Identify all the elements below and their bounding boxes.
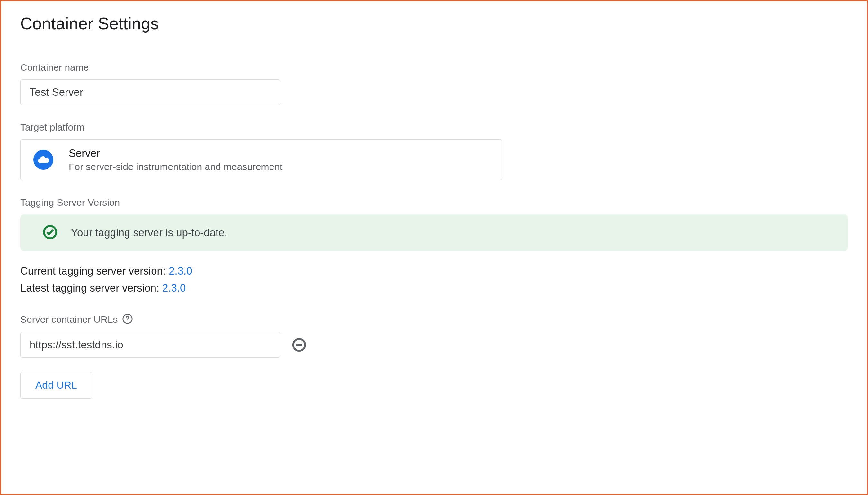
container-settings-panel: Container Settings Container name Target…: [0, 0, 868, 495]
tagging-server-version-section: Tagging Server Version Your tagging serv…: [20, 197, 848, 297]
container-name-label: Container name: [20, 62, 848, 73]
target-platform-section: Target platform Server For server-side i…: [20, 122, 848, 180]
latest-version-label: Latest tagging server version:: [20, 282, 162, 294]
latest-version-link[interactable]: 2.3.0: [162, 282, 186, 294]
server-version-status-text: Your tagging server is up-to-date.: [71, 227, 227, 239]
server-url-input[interactable]: [20, 332, 281, 358]
target-platform-description: For server-side instrumentation and meas…: [69, 161, 282, 172]
target-platform-label: Target platform: [20, 122, 848, 133]
latest-version-line: Latest tagging server version: 2.3.0: [20, 280, 848, 297]
server-url-row: [20, 332, 848, 358]
svg-point-2: [127, 321, 128, 321]
cloud-icon: [33, 150, 53, 170]
current-version-label: Current tagging server version:: [20, 265, 169, 277]
add-url-button[interactable]: Add URL: [20, 372, 92, 398]
page-title: Container Settings: [20, 14, 848, 33]
remove-url-icon[interactable]: [292, 338, 306, 352]
target-platform-title: Server: [69, 147, 282, 159]
target-platform-card[interactable]: Server For server-side instrumentation a…: [20, 139, 502, 180]
server-version-status-banner: Your tagging server is up-to-date.: [20, 215, 848, 251]
current-version-line: Current tagging server version: 2.3.0: [20, 262, 848, 280]
target-platform-text: Server For server-side instrumentation a…: [69, 147, 282, 172]
server-container-urls-section: Server container URLs Add URL: [20, 313, 848, 398]
server-container-urls-label: Server container URLs: [20, 314, 118, 325]
help-icon[interactable]: [122, 313, 133, 326]
container-name-input[interactable]: [20, 80, 281, 105]
container-name-section: Container name: [20, 62, 848, 105]
current-version-link[interactable]: 2.3.0: [169, 265, 192, 277]
check-circle-icon: [43, 225, 57, 241]
tagging-server-version-label: Tagging Server Version: [20, 197, 848, 208]
